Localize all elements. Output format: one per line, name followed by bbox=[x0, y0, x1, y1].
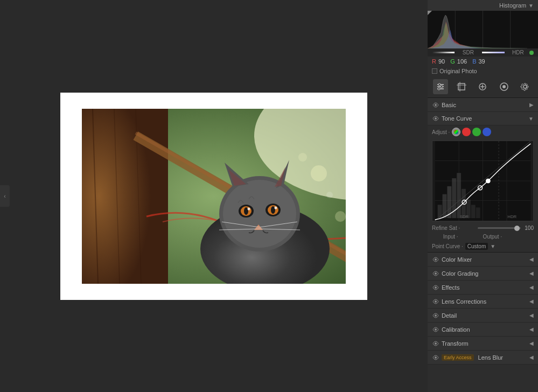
input-label: Input · bbox=[443, 234, 458, 240]
point-curve-value[interactable]: Custom bbox=[465, 243, 488, 250]
adjust-label: Adjust · bbox=[432, 129, 450, 135]
basic-panel-arrow: ▶ bbox=[529, 102, 534, 108]
calibration-arrow: ◀ bbox=[529, 326, 534, 332]
tone-curve-left: Tone Curve bbox=[432, 115, 472, 122]
basic-panel-left: Basic bbox=[432, 101, 456, 109]
settings-tool[interactable] bbox=[518, 79, 533, 94]
svg-point-52 bbox=[435, 104, 437, 106]
heal-tool[interactable] bbox=[475, 79, 490, 94]
white-channel-btn[interactable] bbox=[452, 128, 460, 136]
hdr-label: HDR bbox=[507, 50, 529, 55]
calibration-eye-icon[interactable] bbox=[432, 326, 439, 333]
curve-svg: SDR HDR bbox=[432, 141, 533, 221]
mask-tool[interactable] bbox=[497, 79, 512, 94]
transform-arrow: ◀ bbox=[529, 340, 534, 346]
lens-corrections-title: Lens Corrections bbox=[442, 298, 486, 305]
lens-corrections-eye-icon[interactable] bbox=[432, 298, 439, 305]
calibration-title: Calibration bbox=[442, 326, 470, 333]
transform-left: Transform bbox=[432, 340, 469, 347]
color-grading-eye-icon[interactable] bbox=[432, 270, 439, 277]
svg-rect-65 bbox=[457, 173, 461, 218]
svg-point-79 bbox=[435, 286, 437, 289]
transform-panel-row[interactable]: Transform ◀ bbox=[428, 337, 538, 351]
effects-panel-row[interactable]: Effects ◀ bbox=[428, 281, 538, 295]
crop-tool[interactable] bbox=[454, 79, 469, 94]
color-mixer-eye-icon[interactable] bbox=[432, 256, 439, 263]
point-curve-arrow: ▼ bbox=[490, 243, 495, 249]
detail-title: Detail bbox=[442, 312, 457, 319]
color-grading-panel-row[interactable]: Color Grading ◀ bbox=[428, 267, 538, 281]
svg-rect-68 bbox=[471, 205, 476, 218]
svg-rect-69 bbox=[476, 207, 480, 218]
main-canvas: ‹ bbox=[0, 0, 428, 392]
svg-point-31 bbox=[326, 192, 333, 198]
svg-point-28 bbox=[311, 165, 327, 181]
basic-eye-icon[interactable] bbox=[432, 101, 439, 109]
refine-sat-row: Refine Sat · 100 bbox=[428, 223, 538, 233]
svg-point-80 bbox=[435, 300, 437, 303]
svg-point-21 bbox=[248, 207, 250, 210]
detail-eye-icon[interactable] bbox=[432, 312, 439, 319]
detail-panel-row[interactable]: Detail ◀ bbox=[428, 309, 538, 323]
early-access-badge: Early Access bbox=[442, 354, 474, 361]
lens-corrections-left: Lens Corrections bbox=[432, 298, 486, 305]
svg-point-41 bbox=[441, 86, 443, 88]
svg-point-78 bbox=[435, 272, 437, 275]
lens-corrections-panel-row[interactable]: Lens Corrections ◀ bbox=[428, 295, 538, 309]
rgb-values-row: R 90 G 106 B 39 bbox=[428, 57, 538, 66]
lens-blur-arrow: ◀ bbox=[529, 354, 534, 360]
point-curve-row: Point Curve · Custom ▼ bbox=[428, 241, 538, 252]
color-mixer-arrow: ◀ bbox=[529, 256, 534, 262]
sdr-label: SDR bbox=[457, 50, 479, 55]
transform-eye-icon[interactable] bbox=[432, 340, 439, 347]
input-output-row: Input · Output · bbox=[428, 233, 538, 241]
r-label: R bbox=[432, 58, 436, 65]
tone-curve-arrow: ▼ bbox=[528, 116, 534, 122]
svg-point-77 bbox=[435, 258, 437, 261]
left-panel-toggle[interactable]: ‹ bbox=[0, 185, 10, 207]
photo-display bbox=[82, 109, 346, 284]
b-label: B bbox=[472, 58, 476, 65]
refine-sat-label: Refine Sat · bbox=[432, 225, 476, 231]
effects-arrow: ◀ bbox=[529, 284, 534, 290]
basic-panel-row[interactable]: Basic ▶ bbox=[428, 98, 538, 112]
green-channel-btn[interactable] bbox=[472, 128, 481, 136]
color-grading-arrow: ◀ bbox=[529, 270, 534, 276]
detail-arrow: ◀ bbox=[529, 312, 534, 318]
photo-wrapper bbox=[60, 93, 367, 300]
svg-point-30 bbox=[298, 153, 307, 162]
effects-left: Effects bbox=[432, 284, 459, 291]
refine-sat-slider[interactable] bbox=[478, 227, 521, 229]
basic-adjustments-tool[interactable] bbox=[433, 79, 448, 94]
svg-point-42 bbox=[438, 88, 440, 90]
original-photo-label: Original Photo bbox=[439, 68, 477, 74]
original-photo-row[interactable]: Original Photo bbox=[428, 66, 538, 76]
lens-blur-eye-icon[interactable] bbox=[432, 354, 439, 361]
tone-curve-graph[interactable]: SDR HDR bbox=[432, 141, 534, 221]
original-photo-checkbox[interactable] bbox=[432, 68, 437, 74]
color-mixer-panel-row[interactable]: Color Mixer ◀ bbox=[428, 253, 538, 267]
red-channel-btn[interactable] bbox=[462, 128, 471, 136]
color-grading-title: Color Grading bbox=[442, 270, 478, 277]
svg-point-51 bbox=[523, 85, 527, 88]
lens-blur-panel-row[interactable]: Early Access Lens Blur ◀ bbox=[428, 351, 538, 365]
svg-point-53 bbox=[435, 117, 437, 120]
effects-title: Effects bbox=[442, 284, 459, 291]
adjust-row: Adjust · bbox=[428, 125, 538, 138]
refine-sat-value: 100 bbox=[523, 225, 534, 231]
calibration-panel-row[interactable]: Calibration ◀ bbox=[428, 323, 538, 337]
svg-point-82 bbox=[435, 328, 437, 331]
lens-blur-title: Lens Blur bbox=[478, 354, 503, 361]
tone-curve-header[interactable]: Tone Curve ▼ bbox=[428, 112, 538, 125]
tone-curve-eye-icon[interactable] bbox=[432, 115, 439, 122]
svg-point-29 bbox=[335, 211, 346, 222]
lens-blur-left: Early Access Lens Blur bbox=[432, 354, 503, 361]
effects-eye-icon[interactable] bbox=[432, 284, 439, 291]
color-mixer-left: Color Mixer bbox=[432, 256, 472, 263]
output-label: Output · bbox=[483, 234, 502, 240]
svg-rect-61 bbox=[438, 205, 442, 218]
blue-channel-btn[interactable] bbox=[483, 128, 491, 136]
r-value: 90 bbox=[438, 58, 445, 65]
svg-point-10 bbox=[223, 180, 296, 248]
svg-text:SDR: SDR bbox=[460, 214, 469, 219]
